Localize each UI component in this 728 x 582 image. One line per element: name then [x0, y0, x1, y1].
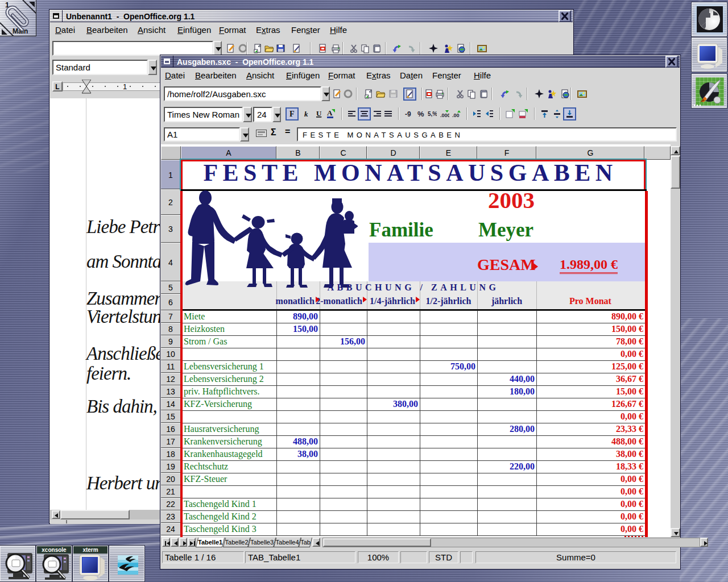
svg-text:.00: .00 [452, 113, 460, 118]
svg-text:5,%: 5,% [428, 111, 437, 117]
svg-text:%: % [417, 110, 424, 118]
svg-text:F: F [289, 110, 295, 118]
svg-text:k: k [304, 110, 308, 118]
svg-text:U: U [316, 109, 322, 118]
svg-text:-9: -9 [405, 110, 411, 118]
svg-text:A: A [327, 109, 333, 117]
svg-text:.000: .000 [440, 113, 449, 118]
